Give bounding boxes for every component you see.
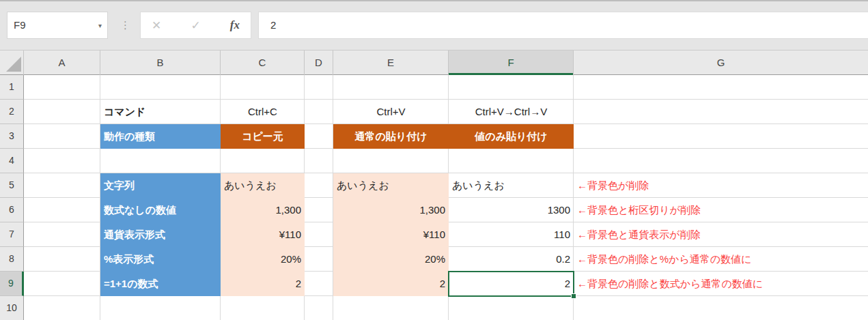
cell-E2[interactable]: Ctrl+V [333, 100, 449, 124]
row-header-6[interactable]: 6 [0, 198, 24, 222]
cell-G8[interactable]: ←背景色の削除と%から通常の数値に [574, 247, 868, 272]
row-header-1[interactable]: 1 [0, 75, 24, 100]
cell-B5[interactable]: 文字列 [100, 173, 221, 198]
formula-button-group: ✕ ✓ fx [140, 12, 251, 39]
row-header-5[interactable]: 5 [0, 173, 24, 198]
cell-E6[interactable]: 1,300 [333, 198, 449, 222]
row-header-3[interactable]: 3 [0, 124, 24, 149]
select-all-triangle-icon [6, 57, 21, 72]
cell-E8[interactable]: 20% [333, 247, 449, 272]
worksheet-grid: 1 2 3 4 5 6 7 8 9 10 コマンド Ctrl+C Ctrl+V … [0, 75, 868, 320]
cell-E9[interactable]: 2 [333, 272, 449, 296]
enter-icon[interactable]: ✓ [191, 18, 200, 33]
cell-F2[interactable]: Ctrl+V→Ctrl→V [449, 100, 574, 124]
column-header-b[interactable]: B [100, 50, 221, 75]
cell-F7[interactable]: 110 [449, 222, 574, 247]
cell-B8[interactable]: %表示形式 [100, 247, 221, 272]
name-box-dropdown-icon[interactable]: ▾ [98, 13, 102, 39]
column-header-c[interactable]: C [221, 50, 305, 75]
insert-function-icon[interactable]: fx [230, 18, 240, 32]
cell-F9-active[interactable]: 2 [449, 272, 574, 296]
row-header-2[interactable]: 2 [0, 100, 24, 124]
cell-G6[interactable]: ←背景色と桁区切りが削除 [574, 198, 868, 222]
row-header-9-selected[interactable]: 9 [0, 272, 24, 296]
cell-B3[interactable]: 動作の種類 [100, 124, 221, 149]
cell-G7[interactable]: ←背景色と通貨表示が削除 [574, 222, 868, 247]
cell-G9[interactable]: ←背景色の削除と数式から通常の数値に [574, 272, 868, 296]
cell-C3[interactable]: コピー元 [221, 124, 305, 149]
cancel-icon[interactable]: ✕ [152, 18, 161, 33]
row-header-10[interactable]: 10 [0, 296, 24, 320]
cell-F5[interactable]: あいうえお [449, 173, 574, 198]
column-header-g[interactable]: G [574, 50, 868, 75]
formula-input[interactable]: 2 [258, 12, 868, 39]
name-box[interactable]: F9 ▾ [7, 12, 108, 39]
cell-B9[interactable]: =1+1の数式 [100, 272, 221, 296]
cell-C5[interactable]: あいうえお [221, 173, 305, 198]
column-header-a[interactable]: A [24, 50, 100, 75]
row-header-column: 1 2 3 4 5 6 7 8 9 10 [0, 75, 24, 320]
column-header-f-selected[interactable]: F [449, 50, 574, 75]
column-header-e[interactable]: E [333, 50, 449, 75]
cell-F6[interactable]: 1300 [449, 198, 574, 222]
cell-E7[interactable]: ¥110 [333, 222, 449, 247]
fill-handle[interactable] [571, 293, 576, 299]
cell-C7[interactable]: ¥110 [221, 222, 305, 247]
formula-bar: F9 ▾ ⋮ ✕ ✓ fx 2 [0, 0, 868, 50]
separator-dots-icon: ⋮ [120, 13, 127, 38]
cell-C9[interactable]: 2 [221, 272, 305, 296]
select-all-button[interactable] [0, 50, 24, 75]
row-header-4[interactable]: 4 [0, 149, 24, 173]
cell-F8[interactable]: 0.2 [449, 247, 574, 272]
cell-B2[interactable]: コマンド [100, 100, 221, 124]
cell-B6[interactable]: 数式なしの数値 [100, 198, 221, 222]
name-box-value: F9 [14, 19, 26, 31]
cell-G5[interactable]: ←背景色が削除 [574, 173, 868, 198]
row-header-8[interactable]: 8 [0, 247, 24, 272]
cell-E3[interactable]: 通常の貼り付け [333, 124, 449, 149]
cell-E5[interactable]: あいうえお [333, 173, 449, 198]
cell-B7[interactable]: 通貨表示形式 [100, 222, 221, 247]
cell-F3[interactable]: 値のみ貼り付け [449, 124, 574, 149]
row-header-7[interactable]: 7 [0, 222, 24, 247]
cell-C2[interactable]: Ctrl+C [221, 100, 305, 124]
column-header-d[interactable]: D [305, 50, 333, 75]
cell-C6[interactable]: 1,300 [221, 198, 305, 222]
cell-C8[interactable]: 20% [221, 247, 305, 272]
column-header-row: A B C D E F G [0, 50, 868, 75]
